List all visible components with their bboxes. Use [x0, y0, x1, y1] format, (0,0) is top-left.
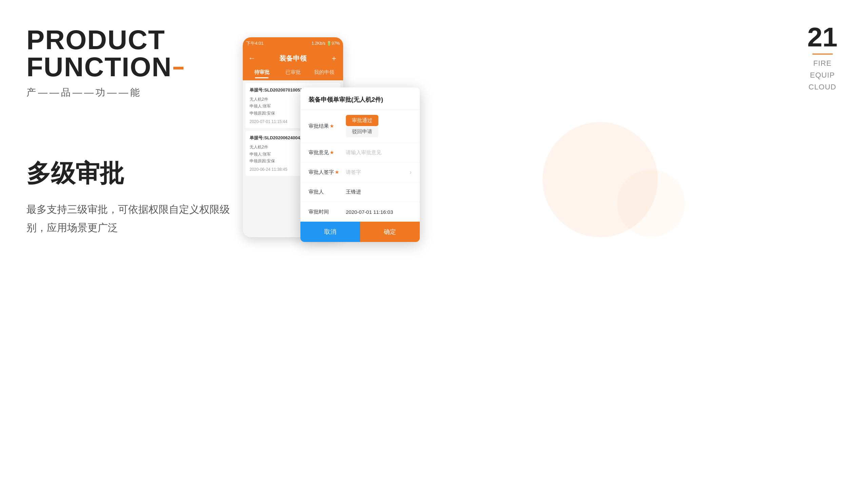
back-icon[interactable]: ←	[248, 54, 256, 63]
item1-number: 单据号:SLD202007010052	[250, 87, 308, 93]
comment-input[interactable]: 请输入审批意见	[346, 149, 412, 156]
product-title-block: PRODUCT FUNCTION 产——品——功——能	[26, 26, 237, 99]
cancel-button[interactable]: 取消	[300, 222, 360, 242]
dialog-row-result: 审批结果★ 审批通过 驳回申请	[300, 109, 420, 143]
title-cn: 产——品——功——能	[26, 86, 237, 99]
page-number-divider	[812, 54, 833, 55]
tab-approved[interactable]: 已审批	[277, 67, 309, 78]
signature-value[interactable]: 请签字	[346, 169, 410, 176]
dialog-row-approver: 审批人 王锋进	[300, 182, 420, 202]
reject-button[interactable]: 驳回申请	[346, 126, 378, 137]
dialog-title: 装备申领单审批(无人机2件)	[300, 87, 420, 109]
approver-value: 王锋进	[346, 189, 412, 195]
brand-text: FIRE EQUIP CLOUD	[807, 57, 837, 93]
time-value: 2020-07-01 11:16:03	[346, 209, 412, 215]
label-result: 审批结果★	[309, 123, 346, 129]
nav-title: 装备申领	[279, 54, 307, 63]
page-number: 21	[807, 24, 837, 51]
confirm-button[interactable]: 确定	[360, 222, 420, 242]
phone-nav: ← 装备申领 ＋	[243, 49, 343, 67]
tab-mine[interactable]: 我的申领	[309, 67, 340, 78]
approve-button[interactable]: 审批通过	[346, 115, 378, 126]
orange-dash	[173, 67, 183, 69]
left-panel: PRODUCT FUNCTION 产——品——功——能 多级审批 最多支持三级审…	[26, 26, 237, 237]
dialog-row-time: 审批时间 2020-07-01 11:16:03	[300, 202, 420, 222]
add-icon[interactable]: ＋	[330, 53, 338, 63]
item2-number: 单据号:SLD202006240042	[250, 135, 302, 141]
label-signature: 审批人签字★	[309, 169, 346, 176]
title-en-line1: PRODUCT	[26, 26, 237, 54]
phone-status-bar: 下午4:01 1.2Kb/s 🔋97%	[243, 37, 343, 49]
phone-tabs: 待审批 已审批 我的申领	[243, 67, 343, 80]
dialog-row-comment: 审批意见★ 请输入审批意见	[300, 143, 420, 163]
section-title: 多级审批	[26, 160, 237, 187]
title-en-line2: FUNCTION	[26, 54, 237, 81]
status-time: 下午4:01	[246, 40, 263, 46]
page-number-area: 21 FIRE EQUIP CLOUD	[807, 24, 837, 93]
label-comment: 审批意见★	[309, 149, 346, 156]
required-star: ★	[335, 169, 339, 175]
label-time: 审批时间	[309, 209, 346, 215]
required-star: ★	[330, 123, 334, 129]
required-star: ★	[330, 149, 334, 155]
dialog-card: 装备申领单审批(无人机2件) 审批结果★ 审批通过 驳回申请 审批意见★ 请输入…	[300, 87, 420, 242]
dialog-row-signature: 审批人签字★ 请签字 ›	[300, 163, 420, 182]
section-desc: 最多支持三级审批，可依据权限自定义权限级别，应用场景更广泛	[26, 200, 237, 237]
result-buttons: 审批通过 驳回申请	[346, 115, 412, 137]
tab-pending[interactable]: 待审批	[246, 67, 277, 78]
dialog-footer: 取消 确定	[300, 222, 420, 242]
status-info: 1.2Kb/s 🔋97%	[312, 41, 340, 46]
label-approver: 审批人	[309, 189, 346, 195]
chevron-right-icon: ›	[410, 169, 412, 176]
